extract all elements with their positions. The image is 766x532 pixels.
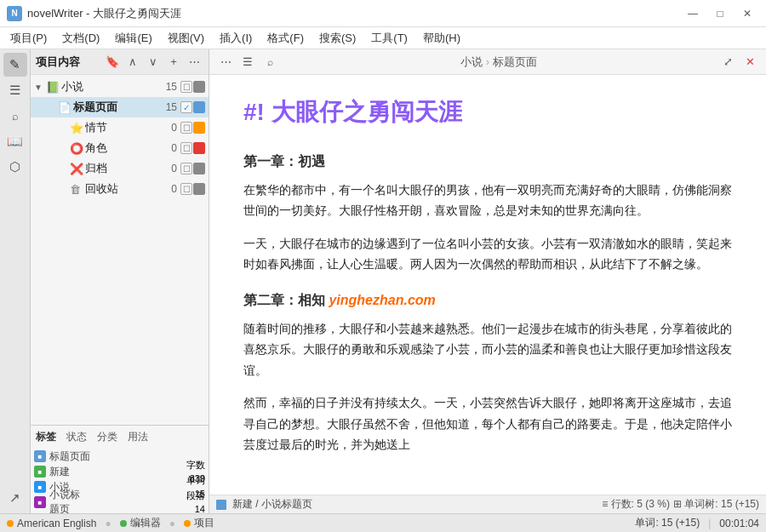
- doc-para-3: 随着时间的推移，大眼仔和小芸越来越熟悉。他们一起漫步在城市的街头巷尾，分享着彼此…: [243, 318, 732, 381]
- document-title: #! 大眼仔之勇闯天涯: [243, 92, 732, 133]
- sidebar-add-btn[interactable]: +: [164, 53, 183, 72]
- tree-item-novel[interactable]: ▼ 📗 小说 15 ☐: [31, 77, 209, 97]
- maximize-button[interactable]: □: [708, 4, 732, 23]
- breadcrumb-novel: 小说: [460, 54, 483, 70]
- editor-close-btn[interactable]: ✕: [740, 53, 759, 72]
- tree-item-chars[interactable]: ⭕ 角色 0 ☐: [31, 138, 209, 158]
- sb-row-2: ■ 新建 字数 839: [34, 464, 205, 479]
- tree-tiny-col-trash[interactable]: [193, 183, 205, 195]
- sb-tab-usage[interactable]: 用法: [126, 429, 150, 445]
- title-text: 大眼仔之勇闯天涯: [272, 99, 462, 125]
- activity-icon-outline[interactable]: ☰: [3, 78, 27, 102]
- sb-val-label-4: 段落: [186, 489, 205, 502]
- tree-item-trash[interactable]: 🗑 回收站 0 ☐: [31, 179, 209, 199]
- editor-fullscreen-btn[interactable]: ⤢: [718, 53, 737, 72]
- menu-item-format[interactable]: 格式(F): [260, 29, 311, 48]
- sb-tab-tags[interactable]: 标签: [34, 429, 58, 445]
- minimize-button[interactable]: —: [681, 4, 705, 23]
- window-title: novelWriter - 大眼仔之勇闯天涯: [27, 6, 181, 21]
- tree-item-chapters[interactable]: ⭐ 情节 0 ☐: [31, 117, 209, 138]
- sb-val-4: 段落 14: [186, 489, 205, 513]
- menu-item-tools[interactable]: 工具(T): [364, 29, 414, 48]
- tree-arrow-novel: ▼: [34, 83, 44, 92]
- activity-icon-export[interactable]: ↗: [3, 486, 27, 510]
- tree-icon-trash: 🗑: [70, 183, 83, 196]
- activity-icon-search[interactable]: ⌕: [3, 104, 27, 128]
- tree-label-titlepage: 标题页面: [73, 100, 164, 115]
- sidebar-more-btn[interactable]: ⋯: [185, 53, 203, 72]
- editor-toolbar-search-btn[interactable]: ⌕: [260, 53, 279, 72]
- activity-icon-edit[interactable]: ✎: [3, 53, 27, 77]
- activity-icon-novel[interactable]: 📖: [3, 129, 27, 153]
- tree-count-titlepage: 15: [166, 101, 177, 113]
- tree-label-archive: 归档: [85, 161, 169, 176]
- footer-line-info: ≡ 行数: 5 (3 %): [602, 497, 670, 512]
- editor-toolbar-list-btn[interactable]: ☰: [238, 53, 257, 72]
- section-heading-2: 第二章：相知 yinghezhan.com: [243, 289, 732, 312]
- editor-area: ⋯ ☰ ⌕ 小说 › 标题页面 ⤢ ✕ #! 大眼仔之勇闯天涯 第一章：初遇 在…: [209, 49, 766, 513]
- sb-label-1: 标题页面: [49, 449, 202, 464]
- menu-item-help[interactable]: 帮助(H): [416, 29, 467, 48]
- sb-icon-3: ■: [34, 481, 46, 493]
- tree-tiny-cb-trash[interactable]: ☐: [180, 183, 192, 195]
- sidebar-bottom-panel: 标签 状态 分类 用法 ■ 标题页面 ■ 新建 字数 839: [31, 425, 209, 513]
- section-heading-1: 第一章：初遇: [243, 150, 732, 173]
- tree-tiny-col-chapters[interactable]: [193, 122, 205, 134]
- sidebar-bookmark-btn[interactable]: 🔖: [103, 53, 122, 72]
- tree-tiny-col-chars[interactable]: [193, 142, 205, 154]
- doc-para-4: 然而，幸福的日子并没有持续太久。一天，小芸突然告诉大眼仔，她即将离开这座城市，去…: [243, 392, 732, 455]
- sb-val-label-3: 单词: [186, 473, 205, 487]
- status-dot-language: [7, 520, 14, 527]
- status-sep-3: |: [708, 518, 711, 529]
- tree-tiny-col-archive[interactable]: [193, 163, 205, 174]
- sb-icon-1: ■: [34, 450, 46, 462]
- window-controls: — □ ✕: [681, 4, 759, 23]
- sb-row-1: ■ 标题页面: [34, 449, 205, 464]
- app-icon: N: [7, 6, 22, 21]
- editor-toolbar-menu-btn[interactable]: ⋯: [216, 53, 235, 72]
- menu-item-project[interactable]: 项目(P): [3, 29, 54, 48]
- tree-label-chars: 角色: [85, 140, 169, 156]
- tree-tiny-checkbox-novel[interactable]: ☐: [180, 81, 192, 93]
- sb-val-label-2: 字数: [186, 458, 205, 472]
- menu-item-view[interactable]: 视图(V): [161, 29, 211, 48]
- sb-tab-class[interactable]: 分类: [95, 429, 119, 445]
- footer-doc-label: 新建 / 小说标题页: [232, 497, 312, 512]
- tree-icon-archive: ❌: [70, 163, 83, 175]
- tree-item-archive[interactable]: ❌ 归档 0 ☐: [31, 158, 209, 179]
- tree-tiny-cb-chars[interactable]: ☐: [180, 142, 192, 154]
- editor-footer: 新建 / 小说标题页 ≡ 行数: 5 (3 %) ⊞ 单词树: 15 (+15): [209, 495, 766, 513]
- activity-icon-puzzle[interactable]: ⬡: [3, 155, 27, 179]
- status-sep-1: ●: [105, 518, 111, 529]
- tree-label-chapters: 情节: [85, 120, 169, 135]
- close-button[interactable]: ✕: [735, 4, 759, 23]
- status-dot-editor: [120, 520, 127, 527]
- sb-tab-status[interactable]: 状态: [65, 429, 89, 445]
- menu-item-insert[interactable]: 插入(I): [213, 29, 259, 48]
- sidebar-down-btn[interactable]: ∨: [144, 53, 163, 72]
- tree-tiny-cb-chapters[interactable]: ☐: [180, 122, 192, 134]
- tree-item-titlepage[interactable]: 📄 标题页面 15 ✓: [31, 97, 209, 117]
- tree-icon-chars: ⭕: [70, 142, 83, 155]
- menu-item-search[interactable]: 搜索(S): [312, 29, 363, 48]
- editor-content[interactable]: #! 大眼仔之勇闯天涯 第一章：初遇 在繁华的都市中，有一个名叫大眼仔的男孩，他…: [209, 75, 766, 495]
- status-bar: American English ● 编辑器 ● 项目 单词: 15 (+15)…: [0, 513, 766, 532]
- menu-item-document[interactable]: 文档(D): [55, 29, 106, 48]
- tree-tiny-cb-archive[interactable]: ☐: [180, 163, 192, 174]
- sb-label-2: 新建: [49, 465, 183, 479]
- tree-tiny-color-novel[interactable]: [193, 81, 205, 93]
- tree-tiny-color-titlepage[interactable]: [193, 101, 205, 113]
- tree-label-novel: 小说: [61, 79, 164, 94]
- tree-tiny-check-titlepage[interactable]: ✓: [180, 101, 192, 113]
- menu-item-edit[interactable]: 编辑(E): [108, 29, 158, 48]
- status-time: 00:01:04: [719, 518, 759, 529]
- sb-icon-2: ■: [34, 466, 46, 478]
- status-language: American English: [17, 518, 96, 529]
- title-bar: N novelWriter - 大眼仔之勇闯天涯 — □ ✕: [0, 0, 766, 27]
- status-dot-project: [184, 520, 191, 527]
- breadcrumb: 小说 › 标题页面: [283, 54, 715, 70]
- tree-count-chars: 0: [171, 142, 177, 154]
- tree-icon-chapters: ⭐: [70, 122, 83, 134]
- sidebar-up-btn[interactable]: ∧: [123, 53, 142, 72]
- sb-label-4: 小说标题页: [49, 488, 183, 513]
